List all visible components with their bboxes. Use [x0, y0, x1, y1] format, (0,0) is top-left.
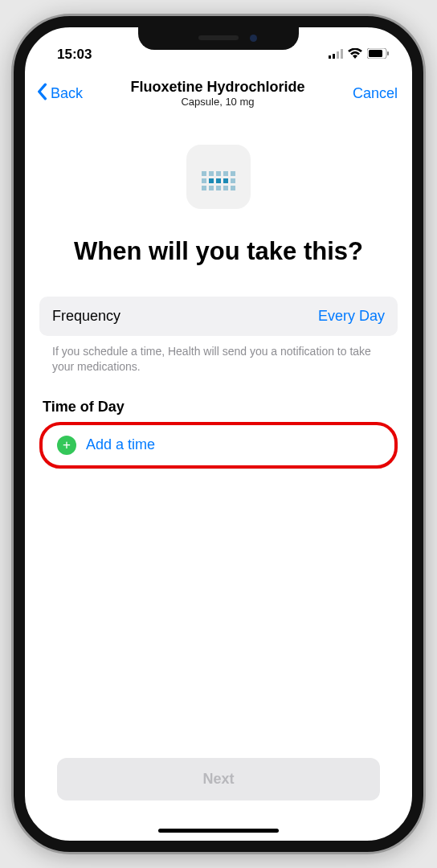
add-time-label: Add a time [86, 436, 155, 453]
home-indicator[interactable] [158, 829, 279, 833]
nav-bar: Back Fluoxetine Hydrochloride Capsule, 1… [25, 68, 412, 116]
nav-title: Fluoxetine Hydrochloride Capsule, 10 mg [83, 79, 353, 108]
frequency-label: Frequency [52, 308, 120, 325]
cellular-icon [329, 47, 343, 63]
frequency-value: Every Day [318, 308, 385, 325]
chevron-left-icon [36, 83, 47, 104]
phone-notch [138, 27, 299, 50]
helper-text: If you schedule a time, Health will send… [39, 336, 398, 375]
time-of-day-label: Time of Day [43, 399, 398, 416]
phone-frame: 15:03 Back Fluoxetine Hydrochloride Caps… [14, 16, 423, 852]
frequency-row[interactable]: Frequency Every Day [39, 297, 398, 336]
battery-icon [367, 47, 390, 63]
plus-icon: + [57, 436, 76, 455]
svg-rect-1 [333, 54, 335, 59]
add-time-button[interactable]: + Add a time [39, 422, 398, 469]
svg-rect-3 [341, 49, 343, 59]
status-time: 15:03 [57, 47, 92, 63]
next-button[interactable]: Next [57, 758, 380, 800]
status-icons [329, 47, 390, 63]
back-label: Back [51, 85, 83, 102]
cancel-button[interactable]: Cancel [353, 85, 398, 102]
nav-title-main: Fluoxetine Hydrochloride [83, 79, 353, 96]
svg-rect-0 [329, 55, 331, 59]
wifi-icon [348, 47, 362, 63]
svg-rect-5 [369, 50, 382, 57]
svg-rect-2 [337, 51, 339, 59]
svg-rect-6 [387, 51, 389, 55]
back-button[interactable]: Back [36, 83, 83, 104]
nav-title-sub: Capsule, 10 mg [83, 96, 353, 108]
calendar-icon [186, 145, 251, 209]
page-heading: When will you take this? [39, 236, 398, 266]
content: When will you take this? Frequency Every… [25, 116, 412, 469]
